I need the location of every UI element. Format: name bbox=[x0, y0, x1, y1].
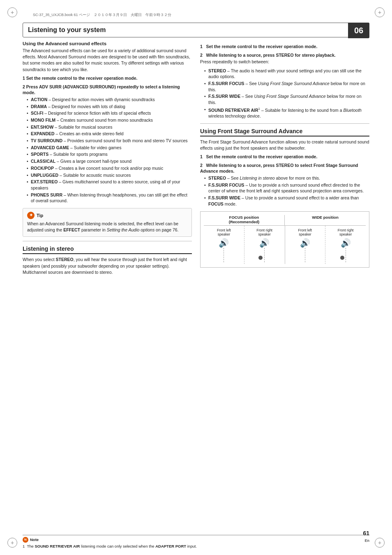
adv-surround-list: ACTION – Designed for action movies with… bbox=[23, 97, 192, 204]
list-item: SCI-FI – Designed for science fiction wi… bbox=[28, 110, 192, 116]
chapter-number: 06 bbox=[348, 23, 369, 38]
list-item: TV SURROUND – Provides surround sound fo… bbox=[28, 138, 192, 144]
corner-mark-tr bbox=[375, 7, 385, 17]
focus-left-label: Front leftspeaker bbox=[217, 228, 231, 236]
header-bar: Listening to your system 06 bbox=[23, 23, 369, 37]
focus-right-label: Front rightspeaker bbox=[256, 228, 272, 236]
corner-mark-bl bbox=[7, 538, 17, 548]
dashed-line-wr bbox=[346, 248, 346, 262]
wide-left-speaker: Front leftspeaker 🔊 bbox=[285, 226, 326, 264]
list-item: ROCK/POP – Creates a live concert sound … bbox=[28, 165, 192, 171]
page-lang: En bbox=[364, 539, 369, 543]
list-item: ENT.SHOW – Suitable for musical sources bbox=[28, 124, 192, 130]
right-column: 1 Set the remote control to the receiver… bbox=[200, 41, 369, 526]
right-step2-intro: Press repeatedly to switch between: bbox=[200, 59, 369, 65]
focus-right-speaker: Front rightspeaker 🔊 bbox=[244, 226, 285, 264]
diagram-speaker-row: Front leftspeaker 🔊 Front rightspeaker 🔊… bbox=[204, 226, 366, 264]
focus-half-label: FOCUS position(Recommended) bbox=[204, 215, 285, 226]
note-icon: N bbox=[23, 537, 28, 543]
list-item: DRAMA – Designed for movies with lots of… bbox=[28, 104, 192, 110]
list-item: EXPANDED – Creates an extra wide stereo … bbox=[28, 131, 192, 137]
speaker-icon-fr: 🔊 bbox=[259, 238, 270, 248]
left-column: Using the Advanced surround effects The … bbox=[23, 41, 192, 526]
wide-right-speaker: Front rightspeaker 🔊 bbox=[325, 226, 366, 264]
right-step2-label: 2 While listening to a source, press STE… bbox=[200, 52, 369, 58]
tip-box: ✦ Tip When an Advanced Surround listenin… bbox=[23, 208, 192, 237]
dashed-line-fl bbox=[224, 248, 224, 262]
front-stage-intro: The Front Stage Surround Advance functio… bbox=[200, 139, 369, 151]
page-title: Listening to your system bbox=[28, 26, 106, 34]
speaker-icon-wr: 🔊 bbox=[341, 238, 351, 248]
stereo-options-list: STEREO – The audio is heard with your so… bbox=[200, 68, 369, 119]
note-label: Note bbox=[30, 537, 39, 542]
speaker-icon-wl: 🔊 bbox=[300, 238, 310, 248]
wide-half-label: WIDE position bbox=[285, 215, 366, 226]
page-number: 61 bbox=[363, 530, 369, 536]
corner-mark-tl bbox=[7, 7, 17, 17]
adv-step1: 1 Set the remote control to the receiver… bbox=[23, 75, 192, 81]
front-stage-heading: Using Front Stage Surround Advance bbox=[200, 128, 369, 136]
focus-left-speaker: Front leftspeaker 🔊 bbox=[204, 226, 244, 264]
tip-text: When an Advanced Surround listening mode… bbox=[27, 221, 187, 233]
list-item: STEREO – The audio is heard with your so… bbox=[205, 68, 369, 80]
advanced-surround-heading: Using the Advanced surround effects bbox=[23, 41, 192, 46]
adv-step2: 2 Press ADV SURR (ADVANCED SURROUND) rep… bbox=[23, 84, 192, 96]
list-item: SPORTS – Suitable for sports programs bbox=[28, 151, 192, 157]
front-stage-step1: 1 Set the remote control to the receiver… bbox=[200, 154, 369, 160]
list-item: ADVANCED GAME – Suitable for video games bbox=[28, 145, 192, 151]
diagram-label-row: FOCUS position(Recommended) WIDE positio… bbox=[204, 215, 366, 226]
list-item: F.S.SURR FOCUS – See Using Front Stage S… bbox=[205, 81, 369, 92]
meta-line: SC-37_35_UXJCB.book 61 ページ ２０１０年３月９日 火曜日… bbox=[33, 12, 171, 18]
wide-right-label: Front rightspeaker bbox=[338, 228, 354, 236]
front-stage-step2-label: 2 While listening to a source, press STE… bbox=[200, 162, 369, 174]
speaker-icon-fl: 🔊 bbox=[219, 238, 229, 248]
main-content: Using the Advanced surround effects The … bbox=[23, 41, 369, 526]
listener-dot-focus bbox=[258, 256, 263, 260]
divider-stereo bbox=[23, 241, 192, 241]
corner-mark-br bbox=[375, 538, 385, 548]
right-step1: 1 Set the remote control to the receiver… bbox=[200, 44, 369, 50]
list-item: STEREO – See Listening in stereo above f… bbox=[205, 175, 369, 181]
list-item: UNPLUGGED – Suitable for acoustic music … bbox=[28, 172, 192, 178]
list-item: PHONES SURR – When listening through hea… bbox=[28, 192, 192, 204]
listener-dot-wide bbox=[340, 256, 344, 260]
wide-label: WIDE position bbox=[312, 215, 338, 220]
list-item: ACTION – Designed for action movies with… bbox=[28, 97, 192, 103]
note-header: N Note bbox=[23, 537, 369, 543]
list-item: SOUND RETRIEVER AIR1 – Suitable for list… bbox=[205, 106, 369, 119]
list-item: MONO FILM – Creates surround sound from … bbox=[28, 117, 192, 123]
list-item: F.S.SURR WIDE – See Using Front Stage Su… bbox=[205, 93, 369, 105]
list-item: CLASSICAL – Gives a large concert hall-t… bbox=[28, 158, 192, 164]
listening-stereo-text: When you select STEREO, you will hear th… bbox=[23, 257, 192, 275]
focus-label: FOCUS position(Recommended) bbox=[229, 215, 259, 224]
tip-icon: ✦ bbox=[27, 212, 35, 219]
divider-front-stage bbox=[200, 123, 369, 124]
dashed-line-fr bbox=[264, 248, 265, 262]
speaker-diagram: FOCUS position(Recommended) WIDE positio… bbox=[200, 211, 369, 268]
front-stage-list: STEREO – See Listening in stereo above f… bbox=[200, 175, 369, 207]
note-section: N Note 1 The SOUND RETRIEVER AIR listeni… bbox=[23, 535, 369, 549]
note-text: 1 The SOUND RETRIEVER AIR listening mode… bbox=[23, 543, 369, 549]
tip-label: Tip bbox=[37, 213, 43, 218]
wide-left-label: Front leftspeaker bbox=[298, 228, 312, 236]
list-item: F.S.SURR FOCUS – Use to provide a rich s… bbox=[205, 182, 369, 194]
advanced-surround-intro: The Advanced surround effects can be use… bbox=[23, 48, 192, 73]
list-item: F.S.SURR WIDE – Use to provide a surroun… bbox=[205, 195, 369, 207]
dashed-line-wl bbox=[305, 248, 305, 262]
listening-stereo-heading: Listening in stereo bbox=[23, 245, 192, 254]
tip-header: ✦ Tip bbox=[27, 212, 187, 219]
list-item: EXT.STEREO – Gives multichannel sound to… bbox=[28, 179, 192, 191]
